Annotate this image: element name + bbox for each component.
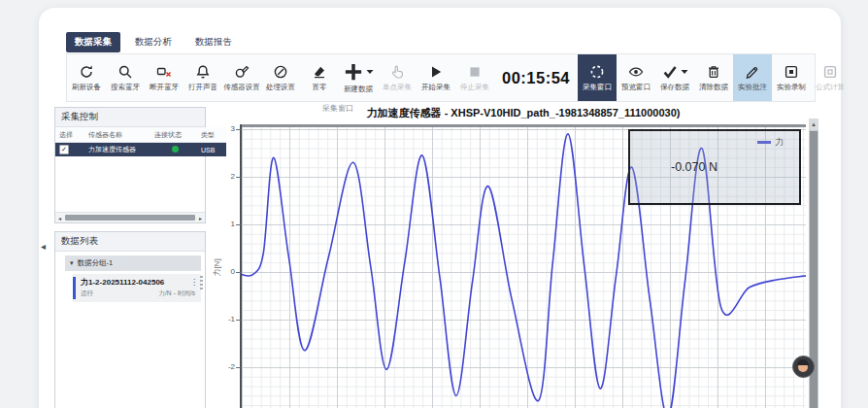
bell-icon bbox=[195, 63, 212, 80]
sensor-name: 力加速度传感器 bbox=[84, 143, 150, 157]
toolbar-button-label: 处理设置 bbox=[266, 83, 295, 92]
formula-button[interactable]: 公式计算 bbox=[811, 54, 850, 101]
hand-point-icon bbox=[389, 63, 406, 80]
toolbar-button-label: 新建数据 bbox=[344, 85, 373, 94]
scroll-up-icon[interactable]: ▲ bbox=[809, 119, 818, 130]
data-item-title: 力1-2-20251112-042506 bbox=[81, 277, 195, 288]
toolbar-button-label: 断开蓝牙 bbox=[150, 83, 179, 92]
stop-button[interactable]: 停止采集 bbox=[455, 54, 494, 101]
toolbar-button-label: 公式计算 bbox=[816, 83, 845, 92]
eraser-button[interactable]: 置零 bbox=[300, 54, 339, 101]
y-axis-title: 力[N] bbox=[212, 258, 222, 276]
data-group-label: 数据分组-1 bbox=[78, 258, 114, 268]
toolbar-button-label: 预览窗口 bbox=[621, 83, 651, 92]
y-tick-label: 2 bbox=[214, 172, 235, 181]
eraser-icon bbox=[312, 63, 328, 80]
toolbar-button-label: 实验录制 bbox=[777, 83, 806, 92]
play-button[interactable]: 开始采集 bbox=[417, 54, 455, 101]
check-icon bbox=[662, 63, 679, 80]
hscroll-thumb[interactable] bbox=[65, 215, 195, 221]
collection-timer: 00:15:54 bbox=[494, 54, 578, 101]
zoom-selection-box[interactable]: -0.070 N bbox=[628, 129, 801, 205]
page-background: { "app": {"accent_dark": "#32405e", "acc… bbox=[0, 0, 868, 408]
plus-button[interactable]: 新建数据 bbox=[339, 54, 378, 101]
hand-point-button[interactable]: 单点采集 bbox=[378, 54, 417, 101]
eye-icon bbox=[628, 63, 645, 80]
bell-button[interactable]: 打开声音 bbox=[184, 54, 222, 101]
sensor-row[interactable]: ✓力加速度传感器USB bbox=[55, 143, 226, 157]
chart-title: 力加速度传感器 - XHSP-V10HID_path_-1981348857_1… bbox=[241, 106, 806, 120]
data-group-row[interactable]: ▾ 数据分组-1 bbox=[65, 255, 201, 271]
sensor-type: USB bbox=[197, 143, 226, 157]
formula-icon bbox=[822, 63, 839, 80]
sensor-table: 选择传感器名称连接状态类型✓力加速度传感器USB bbox=[55, 127, 226, 156]
collect-control-panel: 采集控制 选择传感器名称连接状态类型✓力加速度传感器USB ◂ ▸ bbox=[54, 107, 206, 223]
data-list-panel: 数据列表 ▾ 数据分组-1 力1-2-20251112-042506 运行 力/… bbox=[54, 231, 206, 408]
sidebar-collapse-icon[interactable]: ◂ bbox=[41, 241, 46, 252]
y-tick-label: -1 bbox=[214, 315, 235, 323]
chevron-down-icon[interactable]: ▾ bbox=[70, 259, 74, 267]
play-icon bbox=[428, 63, 445, 80]
sensor-settings-button[interactable]: 传感器设置 bbox=[222, 54, 261, 101]
toolbar-button-label: 开始采集 bbox=[421, 83, 451, 92]
sensor-settings-icon bbox=[234, 63, 250, 80]
toolbar-button-label: 置零 bbox=[313, 83, 327, 92]
annotate-button[interactable]: 实验批注 bbox=[733, 54, 772, 101]
trash-button[interactable]: 清除数据 bbox=[694, 54, 733, 101]
panel-splitter-handle[interactable] bbox=[200, 276, 203, 291]
toolbar-button-label: 单点采集 bbox=[383, 83, 412, 92]
data-list-title: 数据列表 bbox=[55, 232, 205, 252]
toolbar: 刷新设备搜索蓝牙断开蓝牙打开声音传感器设置处理设置置零新建数据单点采集开始采集停… bbox=[66, 53, 816, 102]
toolbar-button-label: 实验批注 bbox=[738, 83, 767, 92]
sensor-col-header: 传感器名称 bbox=[84, 127, 150, 143]
connection-status-dot bbox=[172, 146, 179, 153]
stop-icon bbox=[467, 63, 484, 80]
search-button[interactable]: 搜索蓝牙 bbox=[106, 54, 145, 101]
trash-icon bbox=[706, 63, 722, 80]
sensor-col-header: 连接状态 bbox=[150, 127, 197, 143]
check-button[interactable]: 保存数据 bbox=[655, 54, 694, 101]
refresh-icon bbox=[79, 63, 95, 80]
avatar-hair bbox=[797, 359, 809, 365]
scroll-left-icon[interactable]: ◂ bbox=[55, 215, 64, 221]
bluetooth-disconnect-button[interactable]: 断开蓝牙 bbox=[145, 54, 184, 101]
toolbar-button-label: 搜索蓝牙 bbox=[111, 83, 140, 92]
caret-down-icon[interactable] bbox=[366, 69, 374, 75]
y-tick-label: 3 bbox=[214, 124, 235, 133]
measurement-annotation: -0.070 N bbox=[671, 160, 718, 174]
data-item-accent-bar bbox=[73, 277, 76, 299]
scroll-right-icon[interactable]: ▸ bbox=[196, 215, 205, 221]
record-icon bbox=[784, 63, 800, 80]
y-tick-label: 1 bbox=[214, 220, 235, 228]
eye-button[interactable]: 预览窗口 bbox=[617, 54, 655, 101]
collect-control-title: 采集控制 bbox=[55, 108, 205, 127]
tab-data-analysis[interactable]: 数据分析 bbox=[126, 32, 181, 52]
annotate-icon bbox=[745, 63, 761, 80]
record-button[interactable]: 实验录制 bbox=[772, 54, 811, 101]
sensor-checkbox[interactable]: ✓ bbox=[59, 145, 69, 154]
toolbar-button-label: 传感器设置 bbox=[223, 83, 260, 92]
assistant-avatar-button[interactable] bbox=[792, 356, 815, 378]
y-tick-label: -2 bbox=[214, 362, 235, 371]
data-item-axes-label: 力/N－时间/s bbox=[158, 289, 195, 298]
data-item[interactable]: 力1-2-20251112-042506 运行 力/N－时间/s ⋮ bbox=[73, 274, 201, 302]
toolbar-button-label: 清除数据 bbox=[699, 83, 728, 92]
toolbar-button-label: 刷新设备 bbox=[72, 83, 101, 92]
dashed-circle-button[interactable]: 采集窗口 bbox=[578, 54, 617, 101]
tab-data-report[interactable]: 数据报告 bbox=[186, 32, 241, 52]
sensor-table-hscrollbar[interactable]: ◂ ▸ bbox=[55, 212, 205, 222]
bluetooth-disconnect-icon bbox=[156, 63, 173, 80]
main-tab-bar: 数据采集数据分析数据报告 bbox=[66, 32, 241, 52]
toolbar-button-label: 打开声音 bbox=[188, 83, 217, 92]
caret-down-icon[interactable] bbox=[681, 69, 688, 75]
search-icon bbox=[117, 63, 134, 80]
toolbar-button-label: 保存数据 bbox=[660, 83, 689, 92]
toolbar-button-label: 停止采集 bbox=[460, 83, 489, 92]
toolbar-button-label: 采集窗口 bbox=[583, 83, 612, 92]
data-item-status: 运行 bbox=[81, 289, 93, 298]
tab-data-collection[interactable]: 数据采集 bbox=[66, 32, 120, 52]
kebab-menu-icon[interactable]: ⋮ bbox=[190, 278, 198, 287]
dial-button[interactable]: 处理设置 bbox=[261, 54, 300, 101]
refresh-button[interactable]: 刷新设备 bbox=[67, 54, 106, 101]
dashed-circle-icon bbox=[589, 63, 606, 80]
